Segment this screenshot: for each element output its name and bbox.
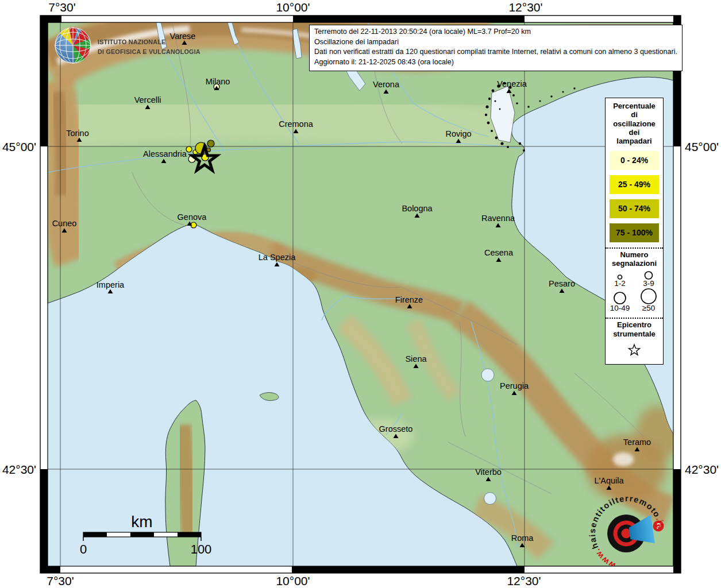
city-label-torino: Torino: [66, 129, 89, 138]
legend-class-swatch-1: 25 - 49%: [610, 175, 659, 194]
event-info-box: Terremoto del 22-11-2013 20:50:24 (ora l…: [309, 25, 683, 71]
epicenter-star-icon: [626, 342, 643, 357]
lon-label-top-2: 10°00': [261, 1, 325, 14]
legend: Percentuale di oscillazione dei lampadar…: [605, 98, 664, 365]
city-label-genova: Genova: [178, 212, 207, 222]
ingv-text-line-2: DI GEOFISICA E VULCANOLOGIA: [98, 47, 201, 57]
legend-class-swatch-0: 0 - 24%: [610, 151, 659, 170]
signal-label: 3-9: [634, 279, 663, 288]
ingv-text-line-1: ISTITUTO NAZIONALE: [98, 37, 201, 47]
ingv-logo-text: ISTITUTO NAZIONALE DI GEOFISICA E VULCAN…: [98, 37, 201, 56]
event-info-line-1: Terremoto del 22-11-2013 20:50:24 (ora l…: [314, 27, 677, 37]
city-label-alessandria: Alessandria: [143, 149, 187, 158]
city-label-vercelli: Vercelli: [134, 95, 161, 105]
city-label-grosseto: Grosseto: [379, 424, 413, 434]
event-info-line-4: Aggiornato il: 21-12-2025 08:43 (ora loc…: [314, 57, 677, 68]
legend-signals-title: Numero segnalazioni: [606, 250, 663, 268]
observation-circle: [207, 140, 214, 147]
city-label-pesaro: Pesaro: [549, 279, 575, 288]
legend-class-swatch-3: 75 - 100%: [610, 223, 659, 242]
lon-label-top-3: 12°30': [494, 1, 557, 14]
lon-label-bottom-3: 12°30': [492, 574, 556, 588]
observation-circle: [186, 146, 192, 152]
lat-label-left-2: 42°30': [0, 463, 36, 477]
legend-signals: 1-23-910-49≥50: [606, 269, 663, 312]
legend-epicenter-title: Epicentro strumentale: [606, 320, 663, 338]
earthquake-map-page: VareseMilanoVeronaVeneziaVercelliCremona…: [0, 0, 721, 588]
lon-label-top-1: 7°30': [30, 1, 94, 14]
legend-signal-≥50: ≥50: [634, 288, 663, 312]
lon-label-bottom-2: 10°00': [261, 574, 325, 588]
city-label-ravenna: Ravenna: [481, 214, 515, 223]
lat-label-right-2: 42°30': [685, 463, 719, 477]
city-label-rovigo: Rovigo: [445, 129, 471, 138]
legend-signal-1-2: 1-2: [606, 269, 634, 288]
city-label-viterbo: Viterbo: [475, 467, 502, 477]
event-info-line-2: Oscillazione dei lampadari: [314, 37, 677, 48]
signal-label: 1-2: [606, 279, 634, 288]
legend-classes: 0 - 24%25 - 49%50 - 74%75 - 100%: [606, 151, 663, 242]
ingv-globe-icon: [55, 27, 91, 63]
city-label-siena: Siena: [405, 354, 427, 363]
legend-percent-title: Percentuale di oscillazione dei lampadar…: [606, 102, 663, 146]
signal-label: 10-49: [606, 304, 634, 312]
city-label-milano: Milano: [206, 77, 230, 86]
city-label-laspezia: La Spezia: [259, 253, 296, 262]
signal-circle-icon: [608, 288, 631, 305]
city-label-bologna: Bologna: [402, 204, 433, 213]
event-info-line-3: Dati non verificati estratti da 120 ques…: [314, 47, 677, 57]
scale-end: 100: [191, 542, 212, 556]
scale-unit: km: [131, 513, 152, 531]
city-label-teramo: Teramo: [623, 438, 651, 447]
city-label-verona: Verona: [373, 80, 400, 89]
map-content: VareseMilanoVeronaVeneziaVercelliCremona…: [48, 22, 680, 571]
city-label-cuneo: Cuneo: [52, 219, 77, 228]
signal-circle-icon: [637, 288, 660, 305]
scale-start: 0: [80, 542, 87, 556]
signal-circle-icon: [637, 269, 660, 280]
city-label-imperia: Imperia: [97, 280, 125, 289]
lat-label-right-1: 45°00': [685, 140, 719, 154]
city-label-roma: Roma: [511, 533, 534, 543]
lat-label-left-1: 45°00': [0, 140, 36, 154]
legend-divider-2: [606, 318, 663, 319]
legend-signal-10-49: 10-49: [606, 288, 634, 312]
city-label-cesena: Cesena: [484, 248, 514, 257]
legend-signal-3-9: 3-9: [634, 269, 663, 288]
legend-epicenter-star: [606, 342, 663, 359]
city-label-perugia: Perugia: [500, 381, 529, 390]
legend-divider-1: [606, 247, 663, 249]
city-label-venezia: Venezia: [497, 79, 527, 88]
city-label-firenze: Firenze: [395, 295, 423, 304]
legend-class-swatch-2: 50 - 74%: [610, 199, 659, 218]
city-label-cremona: Cremona: [279, 119, 314, 129]
city-label-laquila: L'Aquila: [594, 476, 624, 485]
signal-label: ≥50: [634, 304, 663, 312]
signal-circle-icon: [608, 269, 631, 280]
lon-label-bottom-1: 7°30': [29, 574, 92, 588]
